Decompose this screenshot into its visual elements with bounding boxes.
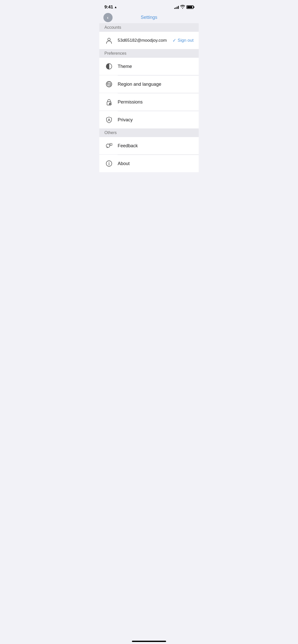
nav-header: ‹ Settings [99, 13, 199, 23]
svg-point-7 [106, 144, 110, 148]
privacy-shield-icon [104, 115, 114, 124]
region-language-label: Region and language [118, 82, 194, 87]
others-list: Feedback About [99, 137, 199, 172]
battery-icon [186, 5, 194, 9]
permissions-item[interactable]: Permissions [99, 93, 199, 111]
user-icon [104, 36, 114, 45]
sign-out-container: ✓ Sign out [172, 38, 194, 43]
globe-icon [104, 80, 114, 89]
accounts-list: 53d65182@moodjoy.com ✓ Sign out [99, 32, 199, 49]
region-language-item[interactable]: Region and language [99, 76, 199, 93]
permissions-lock-icon [104, 97, 114, 107]
location-arrow-icon: ▲ [114, 5, 117, 9]
privacy-label: Privacy [118, 117, 194, 123]
back-chevron-icon: ‹ [107, 15, 109, 20]
status-bar: 9:41 ▲ [99, 0, 199, 13]
theme-icon [104, 62, 114, 71]
feedback-label: Feedback [118, 143, 194, 149]
privacy-item[interactable]: Privacy [99, 111, 199, 128]
theme-label: Theme [118, 64, 194, 69]
status-icons [174, 5, 194, 9]
signal-icon [174, 5, 179, 9]
permissions-label: Permissions [118, 99, 194, 105]
about-label: About [118, 161, 194, 166]
sign-out-button[interactable]: Sign out [178, 38, 194, 43]
account-item[interactable]: 53d65182@moodjoy.com ✓ Sign out [99, 32, 199, 49]
info-icon [104, 159, 114, 168]
others-section-header: Others [99, 128, 199, 137]
feedback-icon [104, 141, 114, 150]
back-button[interactable]: ‹ [103, 13, 113, 22]
accounts-section-header: Accounts [99, 23, 199, 32]
status-time: 9:41 ▲ [104, 5, 117, 10]
about-item[interactable]: About [99, 155, 199, 172]
preferences-list: Theme Region and language Permissio [99, 58, 199, 128]
theme-item[interactable]: Theme [99, 58, 199, 75]
page-title: Settings [141, 15, 157, 20]
wifi-icon [180, 5, 185, 9]
preferences-section-header: Preferences [99, 49, 199, 58]
svg-point-11 [109, 162, 109, 163]
account-email: 53d65182@moodjoy.com [118, 38, 172, 43]
feedback-item[interactable]: Feedback [99, 137, 199, 155]
svg-point-0 [108, 38, 110, 41]
checkmark-icon: ✓ [172, 38, 176, 43]
